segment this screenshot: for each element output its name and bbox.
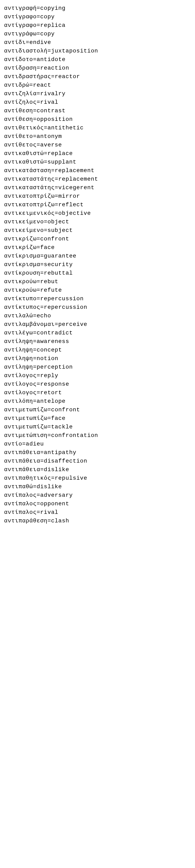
separator: = (37, 296, 40, 302)
english-term: objective (58, 210, 91, 216)
separator: = (37, 278, 40, 285)
greek-term: αντίληψη (4, 355, 33, 362)
dictionary-entry: αντίπαλος=opponent (4, 500, 191, 508)
dictionary-entry: αντιπάθεια=disaffection (4, 457, 191, 465)
separator: = (55, 193, 58, 199)
greek-term: αντίθετο (4, 133, 33, 140)
english-term: repercussion (40, 296, 84, 302)
separator: = (47, 407, 51, 413)
dictionary-entry: αντιμετωπίζω=tackle (4, 423, 191, 431)
english-term: retort (40, 390, 62, 396)
greek-term: αντικρίζω (4, 244, 37, 251)
english-term: confront (51, 407, 80, 413)
separator: = (30, 82, 33, 88)
english-term: opposition (37, 116, 73, 122)
greek-term: αντίθετος (4, 142, 37, 148)
english-term: object (47, 219, 69, 225)
separator: = (40, 270, 44, 276)
english-term: adieu (26, 441, 44, 447)
dictionary-entry: αντιδραστήρας=reactor (4, 72, 191, 81)
separator: = (47, 48, 51, 54)
english-term: react (33, 82, 51, 88)
dictionary-entry: αντιλόπη=antelope (4, 397, 191, 406)
separator: = (33, 330, 37, 336)
greek-term: αντικείμενο (4, 219, 44, 225)
greek-term: αντιθετικός (4, 125, 44, 131)
dictionary-entry: αντιδρώ=react (4, 81, 191, 90)
english-term: antithetic (47, 125, 84, 131)
greek-term: αντίκτυπος (4, 304, 40, 310)
separator: = (55, 202, 58, 208)
separator: = (33, 133, 37, 140)
english-term: rivalry (40, 91, 66, 97)
dictionary-entry: αντίπαλος=rival (4, 508, 191, 517)
greek-term: αντιπάθεια (4, 466, 40, 473)
english-term: copy (40, 13, 55, 20)
english-term: subject (47, 227, 73, 234)
dictionary-entry: αντίκτυπο=repercussion (4, 294, 191, 303)
english-term: guarantee (44, 253, 76, 259)
separator: = (40, 253, 44, 259)
separator: = (26, 39, 30, 45)
separator: = (55, 176, 58, 182)
separator: = (37, 390, 40, 396)
separator: = (37, 509, 40, 516)
separator: = (40, 466, 44, 473)
separator: = (51, 73, 55, 80)
greek-term: αντίκτυπο (4, 296, 37, 302)
greek-term: αντικατοπτρίζω (4, 193, 55, 199)
separator: = (33, 398, 37, 404)
separator: = (47, 518, 51, 524)
separator: = (44, 150, 47, 157)
english-term: contrast (37, 107, 66, 114)
greek-term: αντιμετώπιση (4, 432, 47, 439)
separator: = (37, 381, 40, 387)
greek-term: αντίλογος (4, 381, 37, 387)
greek-term: αντίδι (4, 39, 26, 45)
dictionary-entry: αντίλογος=retort (4, 389, 191, 397)
greek-term: αντίληψη (4, 338, 33, 345)
dictionary-entry: αντίκτυπος=repercussion (4, 303, 191, 312)
greek-term: αντικαταστάτης (4, 176, 55, 182)
separator: = (37, 372, 40, 379)
separator: = (51, 475, 55, 481)
english-term: supplant (47, 159, 76, 165)
separator: = (55, 185, 58, 191)
greek-term: αντίπαλος (4, 492, 37, 498)
dictionary-entry: αντίθετος=averse (4, 141, 191, 149)
separator: = (37, 287, 40, 293)
dictionary-entry: αντικρίζω=face (4, 243, 191, 252)
greek-term: αντιπαθητικός (4, 475, 51, 481)
english-term: opponent (40, 501, 69, 507)
greek-term: αντίθεση (4, 116, 33, 122)
greek-term: αντικαταστάτης (4, 185, 55, 191)
dictionary-entry: αντικατάσταση=replacement (4, 166, 191, 175)
dictionary-entry: αντιπάθεια=dislike (4, 465, 191, 474)
greek-term: αντίγραφο (4, 22, 37, 29)
dictionary-entry: αντιγράφω=copy (4, 30, 191, 38)
english-term: contradict (37, 330, 73, 336)
greek-term: αντιγράφω (4, 31, 37, 37)
greek-term: αντικρούω (4, 287, 37, 293)
english-term: antelope (37, 398, 66, 404)
english-term: reply (40, 372, 58, 379)
english-term: face (40, 244, 55, 251)
dictionary-entry: αντιπαράθεση=clash (4, 517, 191, 525)
greek-term: αντικαθιστώ (4, 150, 44, 157)
dictionary-entry: αντιμετωπίζω=face (4, 414, 191, 423)
separator: = (37, 31, 40, 37)
greek-term: αντιπάθεια (4, 450, 40, 456)
english-term: confront (40, 236, 69, 242)
english-term: replica (40, 22, 66, 29)
dictionary-entry: αντικατοπτρίζω=reflect (4, 200, 191, 209)
greek-term: αντικρούω (4, 278, 37, 285)
separator: = (33, 338, 37, 345)
greek-term: αντίπαλος (4, 501, 37, 507)
dictionary-entry: αντικαθιστώ=replace (4, 149, 191, 158)
separator: = (37, 99, 40, 105)
dictionary-entry: αντίληψη=notion (4, 354, 191, 363)
separator: = (37, 142, 40, 148)
separator: = (33, 364, 37, 370)
dictionary-entry: αντιδιαστολή=juxtaposition (4, 47, 191, 55)
greek-term: αντίδοτο (4, 56, 33, 63)
